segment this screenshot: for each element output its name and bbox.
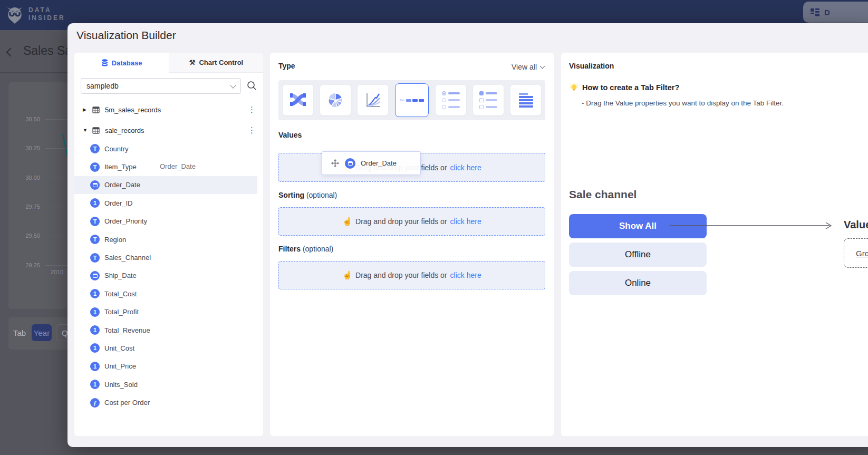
datasource-search-row [81, 78, 257, 94]
number-field-icon: 1 [90, 362, 100, 371]
tip-title: How to create a Tab Filter? [582, 83, 679, 92]
table-name: sale_records [105, 127, 144, 134]
back-icon[interactable] [6, 48, 15, 57]
table-row-sale-records[interactable]: ▼ sale_records ⋮ [74, 121, 263, 139]
visualization-header: Visualization [569, 62, 614, 70]
database-panel: Database ⚒ Chart Control ▶ [74, 53, 263, 436]
sorting-optional-label: (optional) [306, 191, 337, 199]
dropzone-click-here-link[interactable]: click here [450, 217, 481, 226]
hand-pointer-icon: ☝ [342, 217, 352, 226]
date-field-icon [345, 158, 355, 169]
caret-down-icon[interactable]: ▼ [83, 128, 88, 133]
sankey-icon [289, 91, 307, 109]
drag-ghost-label: Order_Date [160, 162, 196, 170]
datasource-select[interactable] [81, 78, 241, 94]
date-field-icon [90, 180, 100, 190]
brand-line1: DATA [28, 6, 65, 14]
chart-type-sankey[interactable] [283, 85, 313, 115]
lightbulb-icon [570, 83, 578, 92]
dragging-field-chip[interactable]: Order_Date [322, 151, 421, 175]
field-row[interactable]: T Order_Priority [74, 212, 257, 230]
annotation-arrow-icon [670, 221, 834, 230]
field-row[interactable]: 1 Unit_Price [74, 357, 257, 375]
field-row[interactable]: ƒ Cost per Order [74, 393, 257, 411]
chevron-down-icon [540, 64, 545, 69]
field-label: Total_Cost [104, 290, 137, 298]
line-chart-icon [364, 91, 382, 109]
option-offline-button[interactable]: Offline [569, 243, 707, 267]
field-label: Total_Profit [104, 308, 139, 316]
period-tab-label[interactable]: Tab [13, 328, 26, 337]
field-label: Units_Sold [104, 381, 138, 389]
tab-chart-control[interactable]: ⚒ Chart Control [169, 53, 263, 73]
tip-body: - Drag the Value properties you want to … [582, 99, 784, 107]
hand-pointer-icon: ☝ [342, 270, 352, 280]
period-tab-year[interactable]: Year [32, 324, 52, 341]
filters-label: Filters [278, 245, 301, 253]
field-row[interactable]: 1 Order_ID [74, 194, 257, 212]
view-all-dropdown[interactable]: View all [512, 63, 544, 71]
field-row[interactable]: 1 Units_Sold [74, 375, 257, 393]
text-field-icon: T [90, 235, 100, 244]
caret-right-icon[interactable]: ▶ [83, 107, 88, 112]
date-field-icon [90, 271, 100, 280]
field-row[interactable]: 1 Total_Cost [74, 285, 257, 303]
field-row[interactable]: 1 Total_Revenue [74, 321, 257, 339]
field-row[interactable]: T Sales_Channel [74, 248, 257, 266]
table-row-5m-sales-records[interactable]: ▶ 5m_sales_records ⋮ [74, 101, 263, 119]
field-label: Country [104, 145, 129, 153]
field-row[interactable]: Ship_Date [74, 267, 257, 285]
filters-section-label: Filters (optional) [278, 245, 333, 253]
line-series [8, 82, 67, 309]
kebab-menu-icon[interactable]: ⋮ [248, 105, 256, 114]
kebab-menu-icon[interactable]: ⋮ [248, 125, 256, 135]
dropzone-click-here-link[interactable]: click here [450, 271, 481, 279]
values-section-label: Values [278, 131, 302, 139]
option-online-button[interactable]: Online [569, 271, 707, 295]
dropzone-click-here-link[interactable]: click here [450, 163, 481, 172]
tab-database[interactable]: Database [74, 53, 169, 73]
filters-dropzone[interactable]: ☝ Drag and drop your fields or click her… [278, 261, 545, 289]
annotation-value-label: Value [844, 219, 868, 231]
table-grid-icon [92, 107, 100, 113]
field-row[interactable]: T Region [74, 230, 257, 248]
brand-line2: INSIDER [28, 14, 65, 22]
background-chart-card: 30.50 30.25 30.00 29.75 29.50 29.25 2010 [8, 82, 67, 309]
table-name: 5m_sales_records [105, 106, 161, 114]
table-icon [519, 93, 533, 108]
page-title: Sales Sa [23, 44, 72, 58]
chart-type-strip: Tab [278, 80, 545, 120]
dashboard-layout-icon [810, 7, 820, 17]
dropzone-hint: Drag and drop your fields or [355, 217, 447, 226]
sorting-label: Sorting [278, 191, 304, 199]
field-row-highlighted[interactable]: Order_Date [74, 176, 257, 194]
sorting-dropzone[interactable]: ☝ Drag and drop your fields or click her… [278, 207, 545, 236]
tab-filter-icon-word: Tab [400, 99, 405, 102]
field-row[interactable]: 1 Unit_Cost [74, 339, 257, 357]
chart-type-checkbox-list[interactable] [473, 85, 504, 115]
chart-type-radio-list[interactable] [436, 85, 466, 115]
tip-row: How to create a Tab Filter? [570, 83, 679, 92]
field-row[interactable]: 1 Total_Profit [74, 303, 257, 321]
widget-title: Sale channel [569, 188, 636, 201]
filters-optional-label: (optional) [303, 245, 333, 253]
tab-chart-control-label: Chart Control [199, 59, 243, 66]
field-label: Order_ID [104, 199, 132, 207]
field-row[interactable]: T Country [74, 140, 257, 158]
dashboard-button[interactable]: D [803, 2, 868, 23]
field-label: Region [104, 236, 126, 244]
number-field-icon: 1 [90, 307, 100, 317]
view-all-label: View all [512, 63, 537, 71]
checkbox-list-icon [479, 91, 497, 109]
text-field-icon: T [90, 162, 100, 172]
chart-type-tab-filter[interactable]: Tab [395, 83, 429, 117]
search-icon[interactable] [247, 81, 257, 91]
chart-type-line[interactable] [358, 85, 388, 115]
database-icon [101, 59, 108, 66]
chart-type-table[interactable] [510, 85, 541, 115]
formula-field-icon: ƒ [90, 398, 100, 408]
screen: DATA INSIDER D Sales Sa 30.50 30.25 3 [0, 0, 868, 455]
period-tabs-card: Tab Year Qu [8, 317, 72, 350]
chart-type-pie[interactable] [320, 85, 351, 115]
number-field-icon: 1 [90, 198, 100, 208]
